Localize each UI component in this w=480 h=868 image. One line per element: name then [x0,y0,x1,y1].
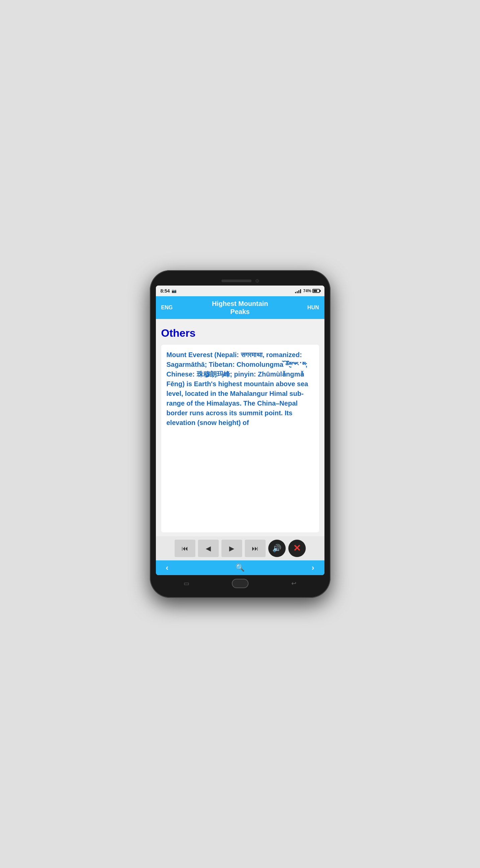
signal-bar-2 [297,291,298,293]
android-nav-bar: ▭ ↩ [156,575,325,592]
nav-forward-button[interactable]: › [312,563,314,572]
content-area: Others Mount Everest (Nepali: सगरमाथा, r… [156,319,325,536]
speaker-grille [221,280,251,282]
battery-pct: 74% [303,288,311,293]
prev-button[interactable]: ◀ [198,540,219,557]
signal-bar-1 [295,292,296,293]
speaker-icon: 🔊 [272,544,281,553]
time-display: 8:54 [160,288,170,293]
content-card: Mount Everest (Nepali: सगरमाथा, romanize… [161,345,319,532]
signal-bar-3 [298,290,299,293]
recent-apps-icon[interactable]: ▭ [184,580,189,587]
article-text: Mount Everest (Nepali: सगरमाथा, romanize… [167,350,314,428]
lang-eng-button[interactable]: ENG [161,305,173,311]
home-button[interactable] [232,579,248,588]
speaker-button[interactable]: 🔊 [268,540,286,557]
signal-bars [295,288,301,293]
app-header: ENG Highest MountainPeaks HUN [156,296,325,319]
play-button[interactable]: ▶ [221,540,242,557]
app-title-text: Highest MountainPeaks [212,300,268,315]
skip-back-button[interactable]: ⏮ [175,540,196,557]
section-heading: Others [161,327,319,339]
skip-fwd-button[interactable]: ⏭ [245,540,266,557]
front-camera [256,279,259,282]
phone-screen: 8:54 📷 74% ENG [156,285,325,575]
bottom-nav: ‹ 🔍 › [156,560,325,575]
phone-top-bar [156,276,325,285]
battery-fill [313,290,318,292]
close-icon: ✕ [293,544,301,553]
status-bar: 8:54 📷 74% [156,285,325,296]
battery-icon [312,289,320,293]
phone-frame: 8:54 📷 74% ENG [150,270,330,598]
close-button[interactable]: ✕ [288,540,306,557]
search-icon[interactable]: 🔍 [236,563,244,572]
back-icon[interactable]: ↩ [291,580,296,587]
status-right: 74% [295,288,320,293]
media-controls: ⏮ ◀ ▶ ⏭ 🔊 ✕ [156,536,325,560]
lang-hun-button[interactable]: HUN [307,305,319,311]
app-title: Highest MountainPeaks [173,300,307,316]
signal-bar-4 [300,289,301,293]
camera-status-icon: 📷 [172,288,177,293]
nav-back-button[interactable]: ‹ [166,563,169,572]
status-time: 8:54 📷 [160,288,177,293]
battery-indicator: 74% [303,288,320,293]
